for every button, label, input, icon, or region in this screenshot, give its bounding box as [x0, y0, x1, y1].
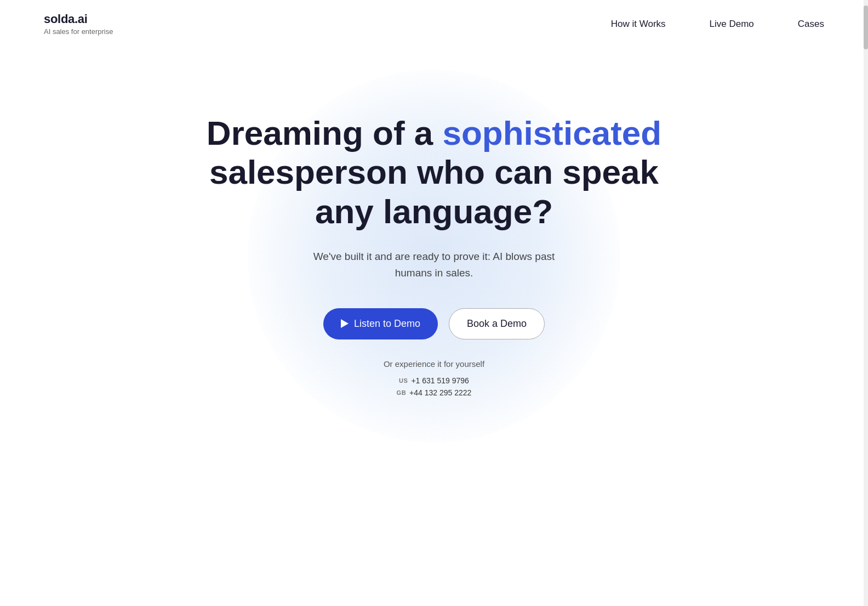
cta-buttons: Listen to Demo Book a Demo	[323, 308, 545, 339]
logo-name: solda.ai	[44, 12, 113, 26]
logo: solda.ai AI sales for enterprise	[44, 12, 113, 36]
main: Dreaming of a sophisticated salesperson …	[0, 48, 868, 397]
nav-cases[interactable]: Cases	[798, 19, 824, 30]
header: solda.ai AI sales for enterprise How it …	[0, 0, 868, 48]
phone-us-line: US +1 631 519 9796	[399, 376, 469, 385]
phone-numbers: US +1 631 519 9796 GB +44 132 295 2222	[397, 376, 472, 397]
phone-us-number: +1 631 519 9796	[411, 376, 469, 385]
book-button-label: Book a Demo	[467, 318, 527, 330]
play-icon	[341, 319, 349, 328]
listen-button-label: Listen to Demo	[354, 318, 420, 330]
hero-title-highlight: sophisticated	[443, 114, 662, 152]
hero-title-after: salesperson who can speak any language?	[209, 153, 659, 230]
logo-tagline: AI sales for enterprise	[44, 27, 113, 36]
nav-how-it-works[interactable]: How it Works	[611, 19, 666, 30]
hero-content: Dreaming of a sophisticated salesperson …	[187, 81, 681, 397]
hero-title-before: Dreaming of a	[207, 114, 443, 152]
book-a-demo-button[interactable]: Book a Demo	[449, 308, 545, 339]
hero-title: Dreaming of a sophisticated salesperson …	[198, 114, 670, 231]
listen-to-demo-button[interactable]: Listen to Demo	[323, 308, 438, 339]
phone-gb-line: GB +44 132 295 2222	[397, 388, 472, 397]
hero-subtitle: We've built it and are ready to prove it…	[302, 248, 566, 282]
phone-us-flag: US	[399, 377, 408, 384]
scrollbar-thumb[interactable]	[864, 5, 868, 49]
phone-gb-flag: GB	[397, 389, 407, 396]
nav-live-demo[interactable]: Live Demo	[710, 19, 754, 30]
nav: How it Works Live Demo Cases	[611, 19, 824, 30]
phone-gb-number: +44 132 295 2222	[409, 388, 471, 397]
experience-text: Or experience it for yourself	[384, 359, 484, 369]
